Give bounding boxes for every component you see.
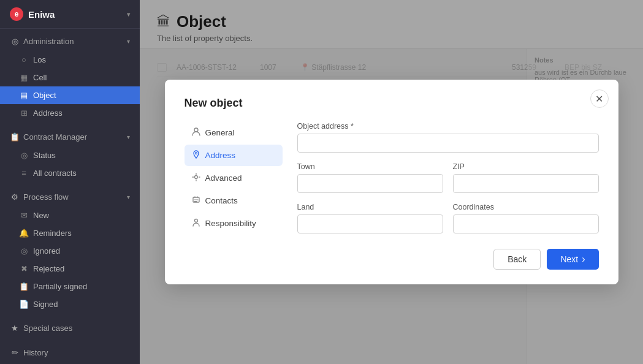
section-history: ✏ History	[0, 340, 140, 364]
sidebar-item-label: Partially signed	[33, 282, 87, 291]
object-address-input[interactable]	[297, 134, 599, 153]
sidebar-item-los[interactable]: ○ Los	[0, 51, 140, 69]
sidebar-item-label: Ignored	[33, 246, 60, 256]
modal-nav-contacts[interactable]: Contacts	[185, 190, 283, 211]
sidebar-item-label: Reminders	[33, 229, 72, 238]
zip-input[interactable]	[453, 174, 599, 193]
object-address-field: Object address *	[297, 122, 599, 153]
sidebar-item-rejected[interactable]: ✖ Rejected	[0, 260, 140, 278]
coordinates-input[interactable]	[453, 214, 599, 233]
group-label-process-flow: Process flow	[23, 192, 69, 202]
sidebar-item-label: Object	[33, 91, 56, 100]
status-icon: ◎	[20, 151, 28, 160]
back-label: Back	[508, 254, 527, 264]
contract-manager-chevron-icon: ▾	[127, 134, 130, 140]
sidebar-item-signed[interactable]: 📄 Signed	[0, 295, 140, 313]
sidebar-item-address[interactable]: ⊞ Address	[0, 104, 140, 122]
modal-nav-contacts-label: Contacts	[205, 196, 238, 205]
sidebar-item-label: New	[33, 211, 49, 220]
next-arrow-icon: ›	[582, 254, 585, 265]
town-label: Town	[297, 162, 443, 171]
partially-signed-icon: 📋	[20, 282, 28, 291]
sidebar-group-special-cases[interactable]: ★ Special cases	[0, 318, 140, 338]
sidebar-item-ignored[interactable]: ◎ Ignored	[0, 242, 140, 260]
sidebar: e Eniwa ▾ ◎ Administration ▾ ○ Los ▦ Cel…	[0, 0, 140, 364]
address-nav-icon	[192, 150, 200, 161]
sidebar-item-label: Rejected	[33, 264, 64, 273]
administration-chevron-icon: ▾	[127, 38, 130, 45]
modal-body: General Address	[185, 122, 599, 234]
modal-overlay: New object ✕ General	[140, 0, 643, 364]
modal-nav-general[interactable]: General	[185, 122, 283, 143]
land-field: Land	[297, 203, 443, 233]
svg-point-1	[195, 153, 197, 154]
contacts-icon	[192, 195, 200, 206]
group-label-history: History	[23, 348, 48, 357]
address-icon: ⊞	[20, 109, 28, 118]
group-label-contract-manager: Contract Manager	[23, 132, 87, 142]
app-name: Eniwa	[28, 9, 55, 20]
general-icon	[192, 127, 200, 138]
zip-label: ZIP	[453, 162, 599, 171]
svg-point-0	[194, 128, 198, 132]
next-button[interactable]: Next ›	[547, 249, 598, 270]
special-cases-icon: ★	[10, 323, 20, 333]
zip-field: ZIP	[453, 162, 599, 193]
svg-point-4	[194, 219, 197, 222]
responsibility-icon	[192, 218, 200, 229]
new-icon: ✉	[20, 211, 28, 220]
section-process-flow: ⚙ Process flow ▾ ✉ New 🔔 Reminders ◎ Ign…	[0, 184, 140, 316]
process-flow-icon: ⚙	[10, 192, 20, 202]
land-coordinates-row: Land Coordinates	[297, 203, 599, 233]
modal-form: Object address * Town ZIP	[297, 122, 599, 234]
modal-close-button[interactable]: ✕	[590, 89, 609, 108]
sidebar-item-status[interactable]: ◎ Status	[0, 146, 140, 164]
sidebar-group-history[interactable]: ✏ History	[0, 343, 140, 362]
sidebar-group-process-flow[interactable]: ⚙ Process flow ▾	[0, 187, 140, 207]
signed-icon: 📄	[20, 300, 28, 309]
modal-nav-advanced[interactable]: Advanced	[185, 167, 283, 189]
modal-nav-general-label: General	[205, 128, 235, 137]
sidebar-item-new[interactable]: ✉ New	[0, 207, 140, 224]
section-special-cases: ★ Special cases	[0, 316, 140, 340]
sidebar-chevron-icon: ▾	[127, 11, 130, 18]
sidebar-item-cell[interactable]: ▦ Cell	[0, 69, 140, 86]
coordinates-label: Coordinates	[453, 203, 599, 211]
ignored-icon: ◎	[20, 247, 28, 256]
cell-icon: ▦	[20, 74, 28, 82]
sidebar-item-object[interactable]: ▤ Object	[0, 86, 140, 104]
contract-manager-icon: 📋	[10, 132, 20, 142]
town-zip-row: Town ZIP	[297, 162, 599, 193]
sidebar-item-label: Los	[33, 55, 46, 64]
app-logo: e	[10, 7, 23, 21]
back-button[interactable]: Back	[493, 249, 541, 270]
process-flow-chevron-icon: ▾	[127, 194, 130, 200]
all-contracts-icon: ≡	[20, 169, 28, 178]
close-icon: ✕	[595, 93, 603, 105]
sidebar-item-label: Signed	[33, 300, 58, 309]
sidebar-group-administration[interactable]: ◎ Administration ▾	[0, 31, 140, 51]
modal-nav-responsibility-label: Responsibility	[205, 219, 256, 228]
advanced-icon	[192, 173, 200, 183]
sidebar-item-label: All contracts	[33, 169, 77, 178]
history-icon: ✏	[10, 347, 20, 357]
modal-nav-responsibility[interactable]: Responsibility	[185, 213, 283, 234]
group-label-administration: Administration	[23, 37, 74, 46]
land-input[interactable]	[297, 214, 443, 233]
sidebar-item-label: Address	[33, 108, 63, 118]
coordinates-field: Coordinates	[453, 203, 599, 233]
modal-nav-address[interactable]: Address	[185, 145, 283, 166]
sidebar-item-label: Status	[33, 151, 56, 160]
sidebar-item-reminders[interactable]: 🔔 Reminders	[0, 224, 140, 242]
town-field: Town	[297, 162, 443, 193]
modal: New object ✕ General	[165, 80, 618, 284]
town-input[interactable]	[297, 174, 443, 193]
sidebar-group-contract-manager[interactable]: 📋 Contract Manager ▾	[0, 127, 140, 146]
section-administration: ◎ Administration ▾ ○ Los ▦ Cell ▤ Object…	[0, 29, 140, 124]
sidebar-item-all-contracts[interactable]: ≡ All contracts	[0, 164, 140, 182]
object-address-label: Object address *	[297, 122, 599, 131]
sidebar-item-partially-signed[interactable]: 📋 Partially signed	[0, 278, 140, 295]
modal-title: New object	[185, 97, 599, 110]
los-icon: ○	[20, 56, 28, 64]
sidebar-logo[interactable]: e Eniwa ▾	[0, 0, 140, 29]
